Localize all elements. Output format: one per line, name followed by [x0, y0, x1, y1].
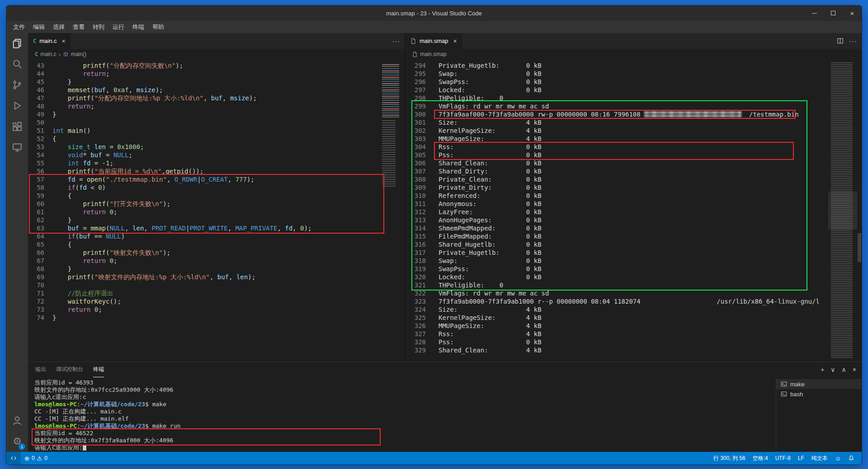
code-line[interactable]: VmFlags: rd wr mr mw me ac sd [439, 102, 828, 110]
new-terminal-icon[interactable]: + [821, 366, 824, 373]
line-number[interactable]: 51 [28, 127, 44, 135]
code-editor[interactable]: printf("分配内存空间失败\n"); return; } memset(b… [52, 60, 379, 361]
line-number[interactable]: 317 [405, 249, 426, 257]
gutter[interactable]: 4344454647484950515253545556575859606162… [28, 60, 49, 361]
line-number[interactable]: 323 [405, 297, 426, 305]
code-line[interactable]: Size: 4 kB [439, 305, 828, 314]
code-line[interactable]: ShmemPmdMapped: 0 kB [439, 224, 828, 232]
line-number[interactable]: 59 [28, 192, 44, 200]
chevron-down-icon[interactable]: ∨ [830, 366, 835, 373]
panel-tab-debug-console[interactable]: 调试控制台 [56, 362, 83, 377]
line-number[interactable]: 298 [405, 94, 426, 102]
more-actions-icon[interactable]: ··· [392, 37, 400, 45]
line-number[interactable]: 313 [405, 216, 426, 224]
tab-close-icon[interactable]: × [62, 38, 66, 45]
title-bar[interactable]: main.smap - 23 - Visual Studio Code × [6, 5, 862, 21]
code-line[interactable]: Shared_Clean: 4 kB [439, 346, 828, 354]
line-number[interactable]: 306 [405, 159, 426, 167]
feedback-button[interactable]: ☺ [831, 452, 844, 464]
code-line[interactable]: FilePmdMapped: 0 kB [439, 232, 828, 240]
line-number[interactable]: 55 [28, 159, 44, 167]
code-line[interactable] [52, 281, 379, 289]
line-number[interactable]: 64 [28, 232, 44, 240]
code-line[interactable]: THPeligible: 0 [439, 281, 828, 289]
line-number[interactable]: 324 [405, 305, 426, 314]
tab-main-smap[interactable]: main.smap × [405, 33, 462, 49]
code-line[interactable]: printf("分配内存空间失败\n"); [52, 61, 379, 70]
activity-settings[interactable]: ⚙ 1 [6, 431, 28, 452]
code-line[interactable]: 7f3fa9ab0000-7f3fa9ab1000 r--p 00000000 … [439, 297, 828, 305]
line-number[interactable]: 320 [405, 273, 426, 281]
menu-item-help[interactable]: 帮助 [148, 21, 168, 33]
activity-run-debug[interactable] [6, 95, 28, 116]
code-line[interactable]: Referenced: 0 kB [439, 192, 828, 200]
code-line[interactable]: Rss: 4 kB [439, 330, 828, 338]
gutter[interactable]: 2942952962972982993003013023033043053063… [405, 60, 432, 361]
code-line[interactable]: printf("映射文件的内存地址:%p 大小:%ld\n", buf, len… [52, 273, 379, 281]
line-number[interactable]: 302 [405, 127, 426, 135]
code-line[interactable]: } [52, 265, 379, 273]
line-number[interactable]: 56 [28, 167, 44, 175]
line-number[interactable]: 44 [28, 70, 44, 78]
code-line[interactable]: size_t len = 0x1000; [52, 143, 379, 151]
line-number[interactable]: 57 [28, 175, 44, 183]
code-line[interactable]: VmFlags: rd wr mr mw me ac sd [439, 289, 828, 297]
maximize-panel-icon[interactable]: ∧ [842, 366, 846, 373]
code-line[interactable]: printf("映射文件失败\n"); [52, 249, 379, 257]
line-number[interactable]: 309 [405, 183, 426, 192]
line-number[interactable]: 46 [28, 86, 44, 94]
code-line[interactable]: Rss: 0 kB [439, 143, 828, 151]
line-number[interactable]: 311 [405, 200, 426, 208]
terminal-item-bash[interactable]: bash [776, 389, 862, 399]
line-number[interactable]: 318 [405, 257, 426, 265]
code-line[interactable]: MMUPageSize: 4 kB [439, 322, 828, 330]
code-line[interactable]: 7f3fa9aaf000-7f3fa9ab0000 rw-p 00000000 … [439, 110, 828, 118]
line-number[interactable]: 62 [28, 216, 44, 224]
code-line[interactable] [52, 118, 379, 127]
cursor-position[interactable]: 行 300, 列 56 [710, 452, 749, 464]
line-number[interactable]: 66 [28, 249, 44, 257]
line-number[interactable]: 67 [28, 257, 44, 265]
line-number[interactable]: 72 [28, 297, 44, 305]
code-line[interactable]: int fd = -1; [52, 159, 379, 167]
code-line[interactable]: SwapPss: 0 kB [439, 78, 828, 86]
code-line[interactable]: Pss: 0 kB [439, 338, 828, 346]
code-line[interactable]: return 0; [52, 305, 379, 314]
menu-item-terminal[interactable]: 终端 [128, 21, 148, 33]
line-number[interactable]: 312 [405, 208, 426, 216]
maximize-button[interactable] [824, 5, 843, 21]
line-number[interactable]: 305 [405, 151, 426, 159]
notifications-button[interactable] [844, 452, 858, 464]
activity-remote-explorer[interactable] [6, 137, 28, 158]
more-actions-icon[interactable]: ··· [849, 37, 857, 45]
code-line[interactable]: } [52, 314, 379, 322]
code-line[interactable]: Locked: 0 kB [439, 86, 828, 94]
line-number[interactable]: 303 [405, 135, 426, 143]
line-number[interactable]: 58 [28, 183, 44, 192]
line-number[interactable]: 316 [405, 240, 426, 249]
line-number[interactable]: 68 [28, 265, 44, 273]
code-line[interactable]: LazyFree: 0 kB [439, 208, 828, 216]
code-line[interactable]: Private_Hugetlb: 0 kB [439, 249, 828, 257]
code-line[interactable]: if(buf == NULL) [52, 232, 379, 240]
code-line[interactable]: Swap: 0 kB [439, 70, 828, 78]
code-line[interactable]: Shared_Hugetlb: 0 kB [439, 240, 828, 249]
line-number[interactable]: 61 [28, 208, 44, 216]
line-number[interactable]: 65 [28, 240, 44, 249]
code-line[interactable]: } [52, 78, 379, 86]
activity-extensions[interactable] [6, 116, 28, 137]
code-line[interactable]: KernelPageSize: 4 kB [439, 314, 828, 322]
minimap-slider[interactable] [828, 192, 857, 230]
split-editor-icon[interactable] [837, 38, 844, 44]
indentation-setting[interactable]: 空格:4 [749, 452, 772, 464]
eol-setting[interactable]: LF [794, 452, 808, 464]
line-number[interactable]: 54 [28, 151, 44, 159]
menu-item-view[interactable]: 查看 [69, 21, 89, 33]
menu-item-run[interactable]: 运行 [108, 21, 128, 33]
line-number[interactable]: 327 [405, 330, 426, 338]
line-number[interactable]: 297 [405, 86, 426, 94]
code-line[interactable]: Locked: 0 kB [439, 273, 828, 281]
code-line[interactable]: Private_Clean: 0 kB [439, 175, 828, 183]
line-number[interactable]: 329 [405, 346, 426, 354]
code-line[interactable]: THPeligible: 0 [439, 94, 828, 102]
